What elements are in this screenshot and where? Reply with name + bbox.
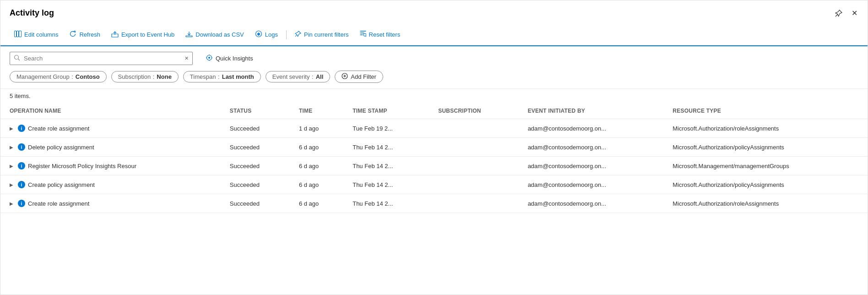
row-expand-icon[interactable]: ▶ <box>10 145 13 150</box>
time-cell: 6 d ago <box>290 157 343 175</box>
table-row[interactable]: ▶ i Create role assignment Succeeded 6 d… <box>0 194 868 213</box>
table-row[interactable]: ▶ i Delete policy assignment Succeeded 6… <box>0 138 868 157</box>
event-severity-filter[interactable]: Event severity : All <box>266 71 331 82</box>
pin-filters-icon <box>295 31 301 38</box>
svg-line-12 <box>365 36 366 37</box>
timestamp-cell: Tue Feb 19 2... <box>343 119 429 138</box>
info-icon: i <box>18 162 25 169</box>
refresh-label: Refresh <box>79 31 100 38</box>
download-csv-button[interactable]: Download as CSV <box>181 27 249 42</box>
refresh-button[interactable]: Refresh <box>65 27 105 42</box>
svg-line-0 <box>835 14 838 16</box>
operation-name-cell: ▶ i Register Microsoft Policy Insights R… <box>10 162 215 169</box>
management-group-filter-label: Management Group : <box>16 73 74 80</box>
subscription-filter[interactable]: Subscription : None <box>111 71 179 82</box>
operation-name-cell: ▶ i Create role assignment <box>10 125 215 132</box>
table-row[interactable]: ▶ i Create policy assignment Succeeded 6… <box>0 175 868 194</box>
operation-name: Register Microsoft Policy Insights Resou… <box>28 163 136 169</box>
title-bar-right: ✕ <box>834 8 858 18</box>
export-event-hub-button[interactable]: Export to Event Hub <box>107 27 179 42</box>
pin-button[interactable] <box>834 9 843 18</box>
search-box-container[interactable]: ✕ <box>10 52 193 65</box>
info-icon: i <box>18 200 25 207</box>
quick-insights-label: Quick Insights <box>216 55 253 62</box>
svg-point-11 <box>363 33 366 36</box>
svg-rect-7 <box>186 36 192 37</box>
filter-section: ✕ Quick Insights Management <box>0 46 868 89</box>
operation-name: Delete policy assignment <box>28 144 94 151</box>
time-cell: 1 d ago <box>290 119 343 138</box>
operation-name-cell: ▶ i Delete policy assignment <box>10 143 215 151</box>
logs-label: Logs <box>265 31 278 38</box>
reset-filters-label: Reset filters <box>369 31 401 38</box>
title-bar: Activity log ✕ <box>0 0 868 24</box>
search-clear-button[interactable]: ✕ <box>184 55 189 61</box>
quick-insights-button[interactable]: Quick Insights <box>202 52 257 65</box>
col-time[interactable]: TIME <box>290 103 343 119</box>
edit-columns-label: Edit columns <box>24 31 58 38</box>
add-filter-button[interactable]: Add Filter <box>335 71 383 83</box>
status-cell: Succeeded <box>221 194 290 213</box>
timestamp-cell: Thu Feb 14 2... <box>343 157 429 175</box>
resource-type-cell: Microsoft.Authorization/policyAssignment… <box>663 175 868 194</box>
search-input[interactable] <box>24 55 181 62</box>
pin-filters-label: Pin current filters <box>304 31 349 38</box>
info-icon: i <box>18 125 25 132</box>
status-cell: Succeeded <box>221 175 290 194</box>
row-expand-icon[interactable]: ▶ <box>10 201 13 206</box>
title-bar-left: Activity log <box>10 8 54 18</box>
search-icon <box>14 55 20 62</box>
time-cell: 6 d ago <box>290 175 343 194</box>
col-event-initiated-by[interactable]: EVENT INITIATED BY <box>519 103 664 119</box>
operation-name: Create policy assignment <box>28 181 95 188</box>
table-row[interactable]: ▶ i Register Microsoft Policy Insights R… <box>0 157 868 175</box>
items-count: 5 items. <box>0 89 868 103</box>
row-expand-icon[interactable]: ▶ <box>10 182 13 187</box>
close-button[interactable]: ✕ <box>851 8 858 18</box>
page-title: Activity log <box>10 8 54 18</box>
row-expand-icon[interactable]: ▶ <box>10 164 13 169</box>
management-group-filter-value: Contoso <box>76 73 100 80</box>
col-resource-type[interactable]: RESOURCE TYPE <box>663 103 868 119</box>
status-cell: Succeeded <box>221 119 290 138</box>
svg-line-14 <box>18 59 20 61</box>
table-body: ▶ i Create role assignment Succeeded 1 d… <box>0 119 868 213</box>
subscription-cell <box>429 157 518 175</box>
status-cell: Succeeded <box>221 157 290 175</box>
pin-filters-button[interactable]: Pin current filters <box>290 28 353 41</box>
add-filter-label: Add Filter <box>351 73 376 80</box>
export-icon <box>111 30 119 39</box>
subscription-cell <box>429 194 518 213</box>
timespan-filter[interactable]: Timespan : Last month <box>183 71 261 82</box>
col-time-stamp[interactable]: TIME STAMP <box>343 103 429 119</box>
toolbar-divider <box>286 30 287 39</box>
svg-rect-2 <box>17 31 19 37</box>
management-group-filter[interactable]: Management Group : Contoso <box>10 71 107 82</box>
col-operation-name[interactable]: OPERATION NAME <box>0 103 221 119</box>
event-severity-filter-value: All <box>316 73 324 80</box>
resource-type-cell: Microsoft.Authorization/policyAssignment… <box>663 138 868 157</box>
logs-button[interactable]: ✱ Logs <box>250 27 282 42</box>
download-csv-label: Download as CSV <box>195 31 244 38</box>
table-header: OPERATION NAME STATUS TIME TIME STAMP SU… <box>0 103 868 119</box>
row-expand-icon[interactable]: ▶ <box>10 126 13 131</box>
subscription-cell <box>429 175 518 194</box>
col-status[interactable]: STATUS <box>221 103 290 119</box>
event-severity-filter-label: Event severity : <box>272 73 314 80</box>
download-icon <box>185 30 193 39</box>
subscription-filter-label: Subscription : <box>118 73 155 80</box>
edit-columns-icon <box>14 31 22 38</box>
svg-rect-1 <box>15 31 16 37</box>
resource-type-cell: Microsoft.Management/managementGroups <box>663 157 868 175</box>
timestamp-cell: Thu Feb 14 2... <box>343 194 429 213</box>
edit-columns-button[interactable]: Edit columns <box>10 28 63 41</box>
col-subscription[interactable]: SUBSCRIPTION <box>429 103 518 119</box>
table-row[interactable]: ▶ i Create role assignment Succeeded 1 d… <box>0 119 868 138</box>
initiated-by-cell: adam@contosodemoorg.on... <box>519 119 664 138</box>
info-icon: i <box>18 181 25 188</box>
quick-insights-icon <box>206 54 213 63</box>
reset-filters-button[interactable]: Reset filters <box>355 28 405 41</box>
operation-name: Create role assignment <box>28 200 89 207</box>
operation-name-cell: ▶ i Create role assignment <box>10 200 215 207</box>
svg-rect-3 <box>19 31 22 37</box>
